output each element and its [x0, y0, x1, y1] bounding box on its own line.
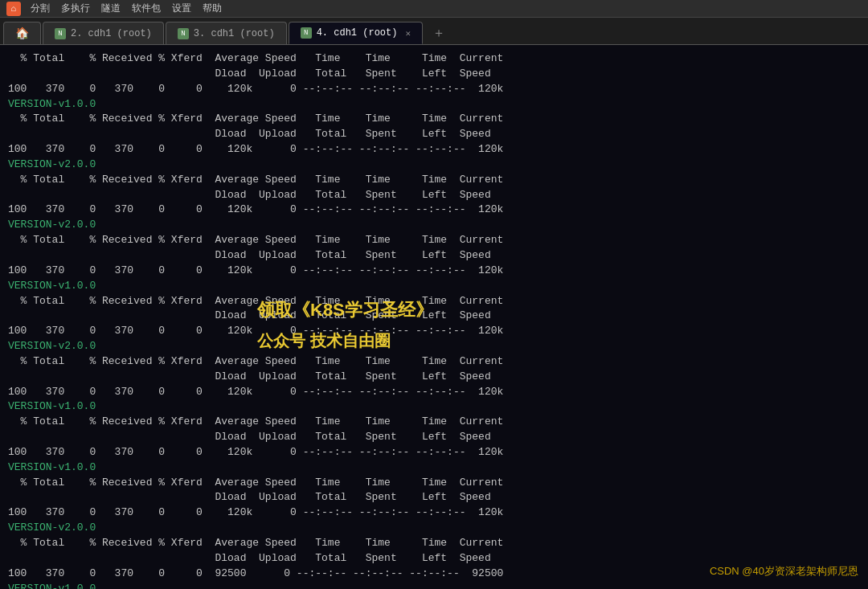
block-5-version: VERSION-v1.0.0 — [8, 399, 860, 415]
block-7-version: VERSION-v2.0.0 — [8, 521, 860, 536]
tab-4-close[interactable]: ✕ — [405, 28, 411, 39]
menu-settings[interactable]: 设置 — [172, 2, 191, 15]
block-6-header: % Total % Received % Xferd Average Speed… — [8, 415, 860, 430]
block-5-header: % Total % Received % Xferd Average Speed… — [8, 354, 860, 370]
block-2-header: % Total % Received % Xferd Average Speed… — [8, 173, 860, 188]
block-0-data: 100 370 0 370 0 0 120k 0 --:--:-- --:--:… — [8, 82, 860, 97]
tab-2-label: 2. cdh1 (root) — [71, 28, 152, 39]
block-2-subheader: Dload Upload Total Spent Left Speed — [8, 188, 860, 203]
tab-3-icon: N — [178, 28, 189, 39]
block-2-data: 100 370 0 370 0 0 120k 0 --:--:-- --:--:… — [8, 202, 860, 218]
block-8-header: % Total % Received % Xferd Average Speed… — [8, 536, 860, 551]
block-6-version: VERSION-v1.0.0 — [8, 460, 860, 476]
block-0-subheader: Dload Upload Total Spent Left Speed — [8, 67, 860, 82]
block-3-header: % Total % Received % Xferd Average Speed… — [8, 233, 860, 248]
block-3-version: VERSION-v1.0.0 — [8, 279, 860, 294]
menu-bar: 分割 多执行 隧道 软件包 设置 帮助 — [31, 2, 222, 15]
block-8-version: VERSION-v1.0.0 — [8, 582, 860, 589]
block-7-subheader: Dload Upload Total Spent Left Speed — [8, 490, 860, 505]
menu-software[interactable]: 软件包 — [132, 2, 161, 15]
home-icon[interactable]: ⌂ — [6, 2, 21, 16]
home-tab-icon: 🏠 — [15, 27, 29, 40]
block-6-data: 100 370 0 370 0 0 120k 0 --:--:-- --:--:… — [8, 445, 860, 460]
tab-4-icon: N — [301, 27, 312, 39]
new-tab-button[interactable]: ＋ — [428, 22, 450, 44]
tab-2-icon: N — [55, 28, 66, 39]
menu-multiexec[interactable]: 多执行 — [61, 2, 90, 15]
tab-4-label: 4. cdh1 (root) — [317, 27, 398, 39]
block-3-subheader: Dload Upload Total Spent Left Speed — [8, 248, 860, 264]
tab-4[interactable]: N 4. cdh1 (root) ✕ — [289, 22, 423, 44]
tab-home[interactable]: 🏠 — [3, 22, 41, 44]
csdn-watermark: CSDN @40岁资深老架构师尼恩 — [710, 564, 858, 579]
block-4-data: 100 370 0 370 0 0 120k 0 --:--:-- --:--:… — [8, 324, 860, 339]
block-0-version: VERSION-v1.0.0 — [8, 97, 860, 112]
block-7-header: % Total % Received % Xferd Average Speed… — [8, 476, 860, 491]
block-6-subheader: Dload Upload Total Spent Left Speed — [8, 430, 860, 445]
menu-help[interactable]: 帮助 — [203, 2, 222, 15]
block-5-data: 100 370 0 370 0 0 120k 0 --:--:-- --:--:… — [8, 385, 860, 400]
block-3-data: 100 370 0 370 0 0 120k 0 --:--:-- --:--:… — [8, 264, 860, 279]
terminal: % Total % Received % Xferd Average Speed… — [0, 45, 868, 589]
block-2-version: VERSION-v2.0.0 — [8, 218, 860, 233]
block-7-data: 100 370 0 370 0 0 120k 0 --:--:-- --:--:… — [8, 505, 860, 521]
tab-3-label: 3. cdh1 (root) — [194, 28, 275, 39]
block-4-header: % Total % Received % Xferd Average Speed… — [8, 294, 860, 309]
block-5-subheader: Dload Upload Total Spent Left Speed — [8, 370, 860, 385]
block-1-header: % Total % Received % Xferd Average Speed… — [8, 112, 860, 127]
tab-2[interactable]: N 2. cdh1 (root) — [43, 22, 164, 44]
block-0-header: % Total % Received % Xferd Average Speed… — [8, 51, 860, 67]
tab-bar: 🏠 N 2. cdh1 (root) N 3. cdh1 (root) N 4.… — [0, 18, 868, 45]
block-1-version: VERSION-v2.0.0 — [8, 157, 860, 173]
menu-split[interactable]: 分割 — [31, 2, 50, 15]
tab-3[interactable]: N 3. cdh1 (root) — [166, 22, 287, 44]
title-bar: ⌂ 分割 多执行 隧道 软件包 设置 帮助 — [0, 0, 868, 18]
block-4-subheader: Dload Upload Total Spent Left Speed — [8, 309, 860, 324]
menu-tunnel[interactable]: 隧道 — [101, 2, 121, 15]
block-4-version: VERSION-v2.0.0 — [8, 339, 860, 354]
block-1-subheader: Dload Upload Total Spent Left Speed — [8, 127, 860, 142]
block-1-data: 100 370 0 370 0 0 120k 0 --:--:-- --:--:… — [8, 142, 860, 157]
